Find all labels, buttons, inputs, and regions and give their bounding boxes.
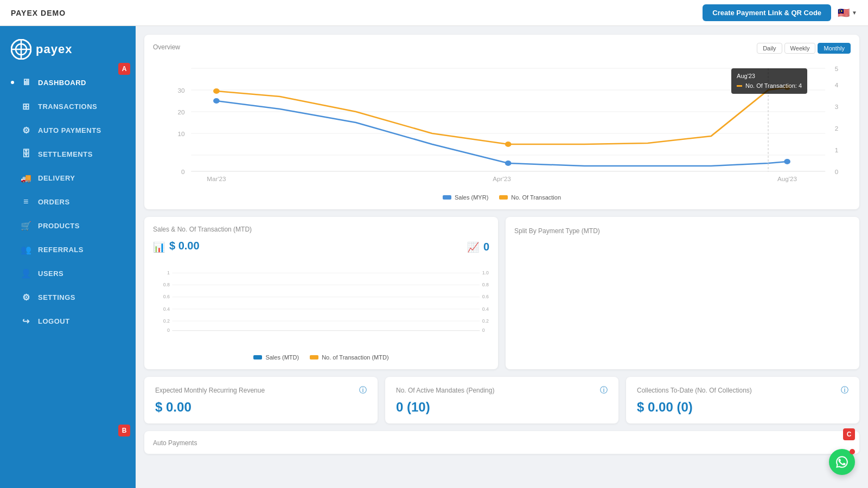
- stat-collections-value: $ 0.00 (0): [637, 400, 848, 415]
- language-selector[interactable]: 🇲🇾 ▼: [838, 7, 857, 19]
- tooltip-color-swatch: [737, 85, 742, 87]
- svg-text:0.8: 0.8: [482, 282, 489, 287]
- overview-legend: Sales (MYR) No. Of Transaction: [153, 194, 851, 201]
- sidebar-item-referrals[interactable]: 👥 REFERRALS: [0, 237, 136, 261]
- stat-collections: Collections To-Date (No. Of Collections)…: [626, 377, 859, 423]
- stat-collections-header: Collections To-Date (No. Of Collections)…: [637, 386, 848, 395]
- stat-mandates-header: No. Of Active Mandates (Pending) ⓘ: [396, 386, 608, 395]
- mtd-sales-value: $ 0.00: [169, 240, 200, 252]
- stat-mandates-value: 0 (10): [396, 400, 608, 415]
- mtd-title: Sales & No. Of Transaction (MTD): [153, 226, 252, 233]
- badge-c: C: [843, 428, 855, 440]
- legend-mtd-sales-label: Sales (MTD): [265, 354, 299, 361]
- sidebar-item-auto-payments[interactable]: ⚙ AUTO PAYMENTS: [0, 118, 136, 142]
- main-content: Overview Daily Weekly Monthly: [136, 26, 868, 488]
- stat-collections-label: Collections To-Date (No. Of Collections): [637, 387, 752, 394]
- chart-btn-daily[interactable]: Daily: [757, 43, 782, 54]
- chart-controls: Daily Weekly Monthly: [757, 43, 851, 54]
- svg-text:Mar'23: Mar'23: [207, 176, 226, 182]
- auto-payments-icon: ⚙: [21, 125, 31, 136]
- main-layout: payex A 🖥 DASHBOARD ⊞ TRANSACTIONS ⚙ AUT…: [0, 26, 868, 488]
- svg-text:10: 10: [177, 131, 184, 137]
- whatsapp-icon: [835, 455, 849, 469]
- sidebar-item-transactions[interactable]: ⊞ TRANSACTIONS: [0, 94, 136, 118]
- legend-tx-color: [499, 195, 508, 200]
- stat-active-mandates: No. Of Active Mandates (Pending) ⓘ 0 (10…: [385, 377, 618, 423]
- stat-recurring-label: Expected Monthly Recurring Revenue: [155, 387, 265, 394]
- transactions-icon: ⊞: [21, 101, 31, 112]
- sidebar: payex A 🖥 DASHBOARD ⊞ TRANSACTIONS ⚙ AUT…: [0, 26, 136, 488]
- sidebar-label-logout: LOGOUT: [38, 317, 70, 325]
- split-payment-card: Split By Payment Type (MTD): [506, 217, 859, 369]
- legend-sales-color: [443, 195, 451, 200]
- sidebar-item-users[interactable]: 👤 USERS: [0, 261, 136, 285]
- logo-text: payex: [36, 42, 72, 56]
- sidebar-logo: payex: [0, 26, 136, 70]
- sidebar-label-auto-payments: AUTO PAYMENTS: [38, 126, 101, 134]
- svg-text:4: 4: [835, 82, 838, 88]
- svg-text:0: 0: [835, 169, 838, 175]
- legend-mtd-tx-label: No. of Transaction (MTD): [322, 354, 388, 361]
- sidebar-label-users: USERS: [38, 269, 63, 278]
- svg-text:0.4: 0.4: [163, 306, 170, 312]
- stat-recurring-header: Expected Monthly Recurring Revenue ⓘ: [155, 386, 367, 395]
- sidebar-item-orders[interactable]: ≡ ORDERS: [0, 190, 136, 214]
- stat-mandates-info-icon[interactable]: ⓘ: [600, 386, 608, 395]
- referrals-icon: 👥: [21, 244, 31, 255]
- create-payment-button[interactable]: Create Payment Link & QR Code: [703, 4, 831, 21]
- chart-tooltip: Aug'23 No. Of Transaction: 4: [731, 68, 807, 94]
- products-icon: 🛒: [21, 220, 31, 231]
- legend-mtd-tx: No. of Transaction (MTD): [310, 354, 388, 361]
- overview-title: Overview: [153, 43, 180, 51]
- sidebar-item-settlements[interactable]: 🗄 SETTLEMENTS: [0, 142, 136, 166]
- legend-mtd-sales-color: [253, 355, 262, 359]
- legend-mtd-sales: Sales (MTD): [253, 354, 299, 361]
- sidebar-item-dashboard[interactable]: 🖥 DASHBOARD: [0, 70, 136, 94]
- sidebar-label-orders: ORDERS: [38, 198, 70, 206]
- stat-recurring-value: $ 0.00: [155, 400, 367, 415]
- legend-transactions: No. Of Transaction: [499, 194, 561, 201]
- users-icon: 👤: [21, 268, 31, 279]
- svg-point-24: [505, 160, 512, 166]
- mtd-tx-count: 0: [483, 241, 489, 253]
- mtd-chart-card: Sales & No. Of Transaction (MTD) 📊 $ 0.0…: [144, 217, 498, 369]
- stat-collections-info-icon[interactable]: ⓘ: [841, 386, 848, 395]
- svg-text:5: 5: [835, 66, 838, 72]
- dashboard-icon: 🖥: [21, 77, 31, 88]
- badge-b: B: [118, 425, 130, 436]
- tooltip-tx-label: No. Of Transaction: 4: [745, 81, 802, 91]
- logout-icon: ↪: [21, 316, 31, 326]
- whatsapp-fab[interactable]: [829, 449, 855, 475]
- overview-chart: 0 10 20 30 0 1 2 3 4 5 Mar'23 Apr'23 Aug…: [153, 57, 851, 201]
- app-header: PAYEX DEMO Create Payment Link & QR Code…: [0, 0, 868, 26]
- svg-text:0: 0: [167, 328, 170, 333]
- payex-logo-icon: [11, 39, 31, 60]
- svg-text:0.6: 0.6: [482, 294, 489, 299]
- sidebar-label-referrals: REFERRALS: [38, 246, 84, 254]
- auto-payments-section: Auto Payments: [144, 431, 859, 454]
- legend-sales-label: Sales (MYR): [455, 194, 488, 201]
- mtd-tx-icon: 📈: [467, 241, 479, 253]
- sidebar-item-settings[interactable]: ⚙ SETTINGS: [0, 285, 136, 309]
- settlements-icon: 🗄: [21, 149, 31, 159]
- chart-btn-weekly[interactable]: Weekly: [784, 43, 816, 54]
- sidebar-label-delivery: DELIVERY: [38, 174, 75, 182]
- svg-text:Apr'23: Apr'23: [493, 176, 510, 182]
- svg-text:30: 30: [177, 88, 184, 94]
- sidebar-item-products[interactable]: 🛒 PRODUCTS: [0, 214, 136, 237]
- mtd-svg: 0 0.2 0.4 0.6 0.8 1 0 0.2 0.4 0.6 0.8 1.…: [153, 261, 489, 348]
- svg-text:1: 1: [835, 147, 838, 153]
- delivery-icon: 🚚: [21, 172, 31, 183]
- stats-row: Expected Monthly Recurring Revenue ⓘ $ 0…: [144, 377, 859, 423]
- sidebar-item-delivery[interactable]: 🚚 DELIVERY: [0, 166, 136, 190]
- chart-btn-monthly[interactable]: Monthly: [818, 43, 851, 54]
- dropdown-chevron: ▼: [852, 10, 857, 16]
- legend-mtd-tx-color: [310, 355, 318, 359]
- stat-recurring-info-icon[interactable]: ⓘ: [359, 386, 367, 395]
- sidebar-item-logout[interactable]: ↪ LOGOUT: [0, 309, 136, 333]
- svg-text:3: 3: [835, 104, 838, 110]
- svg-text:20: 20: [177, 110, 184, 115]
- svg-text:0: 0: [482, 328, 485, 333]
- svg-text:1.0: 1.0: [482, 270, 489, 275]
- svg-point-23: [213, 98, 220, 104]
